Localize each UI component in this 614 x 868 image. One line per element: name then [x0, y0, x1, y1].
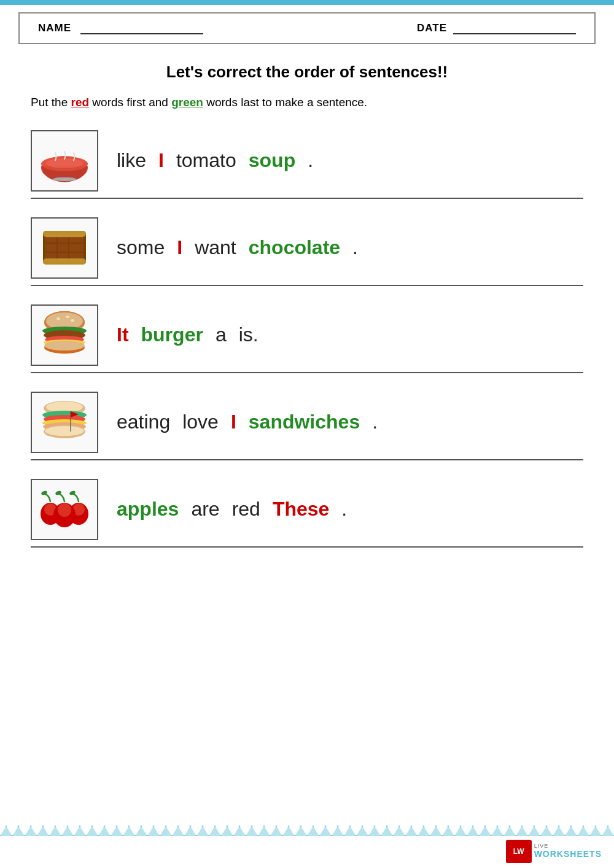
word-5-2: are — [191, 498, 219, 521]
word-4-3: I — [231, 411, 236, 433]
page-title: Let's correct the order of sentences!! — [31, 63, 583, 82]
word-3-3: a — [216, 324, 227, 346]
image-soup — [31, 130, 98, 192]
word-4-4: sandwiches — [249, 411, 360, 433]
underline-2 — [31, 285, 583, 286]
svg-point-5 — [52, 177, 77, 181]
svg-rect-14 — [43, 258, 86, 265]
logo-worksheets: WORKSHEETS — [534, 850, 602, 859]
exercise-4: eating love I sandwiches . — [31, 392, 583, 453]
words-row-1: like I tomato soup . — [117, 149, 583, 172]
word-3-4: is. — [239, 324, 258, 346]
word-2-2: I — [177, 236, 182, 259]
name-section: NAME — [38, 22, 203, 34]
word-4-5: . — [372, 411, 378, 433]
word-5-3: red — [232, 498, 260, 521]
word-2-5: . — [352, 236, 358, 259]
word-5-4: These — [273, 498, 329, 521]
logo-icon-text: LW — [513, 848, 524, 855]
underline-1 — [31, 198, 583, 199]
word-5-5: . — [341, 498, 347, 521]
word-3-2: burger — [141, 324, 203, 346]
underline-5 — [31, 546, 583, 548]
word-4-2: love — [182, 411, 219, 433]
words-row-3: It burger a is. — [117, 324, 583, 346]
image-burger — [31, 304, 98, 366]
svg-point-19 — [66, 316, 69, 318]
exercise-1: like I tomato soup . — [31, 130, 583, 192]
bottom-decoration — [0, 825, 614, 836]
svg-point-34 — [45, 426, 84, 436]
image-sandwich — [31, 392, 98, 453]
word-4-1: eating — [117, 411, 170, 433]
instruction-text: Put the red words first and green words … — [31, 94, 583, 112]
name-date-row: NAME DATE — [18, 12, 596, 44]
header-bar — [0, 0, 614, 5]
word-2-3: want — [195, 236, 236, 259]
word-2-1: some — [117, 236, 165, 259]
word-3-1: It — [117, 324, 129, 346]
svg-point-26 — [44, 341, 85, 351]
svg-rect-50 — [0, 825, 614, 836]
word-1-2: I — [158, 149, 164, 172]
exercise-3: It burger a is. — [31, 304, 583, 366]
svg-rect-13 — [43, 231, 86, 237]
underline-3 — [31, 372, 583, 373]
instruction-middle: words first and — [89, 96, 171, 109]
exercise-5: apples are red These . — [31, 479, 583, 540]
exercise-2: some I want chocolate . — [31, 217, 583, 279]
svg-point-18 — [56, 317, 60, 320]
svg-point-20 — [71, 319, 74, 322]
name-line — [80, 22, 203, 34]
instruction-green: green — [171, 96, 203, 109]
instruction-red: red — [71, 96, 90, 109]
words-row-5: apples are red These . — [117, 498, 583, 521]
date-line — [453, 22, 576, 34]
word-1-1: like — [117, 149, 146, 172]
instruction-after: words last to make a sentence. — [203, 96, 367, 109]
words-row-2: some I want chocolate . — [117, 236, 583, 259]
image-chocolate — [31, 217, 98, 279]
underline-4 — [31, 459, 583, 460]
date-section: DATE — [417, 22, 576, 34]
words-row-4: eating love I sandwiches . — [117, 411, 583, 433]
word-1-4: soup — [249, 149, 295, 172]
instruction-before: Put the — [31, 96, 71, 109]
word-1-5: . — [308, 149, 313, 172]
date-label: DATE — [417, 22, 447, 34]
word-1-3: tomato — [176, 149, 236, 172]
word-5-1: apples — [117, 498, 179, 521]
svg-point-3 — [46, 158, 83, 168]
word-2-4: chocolate — [249, 236, 340, 259]
main-content: Let's correct the order of sentences!! P… — [0, 44, 614, 560]
name-label: NAME — [38, 22, 71, 34]
svg-point-44 — [58, 503, 71, 517]
image-apples — [31, 479, 98, 540]
logo-bar: LW LIVE WORKSHEETS — [506, 840, 602, 863]
